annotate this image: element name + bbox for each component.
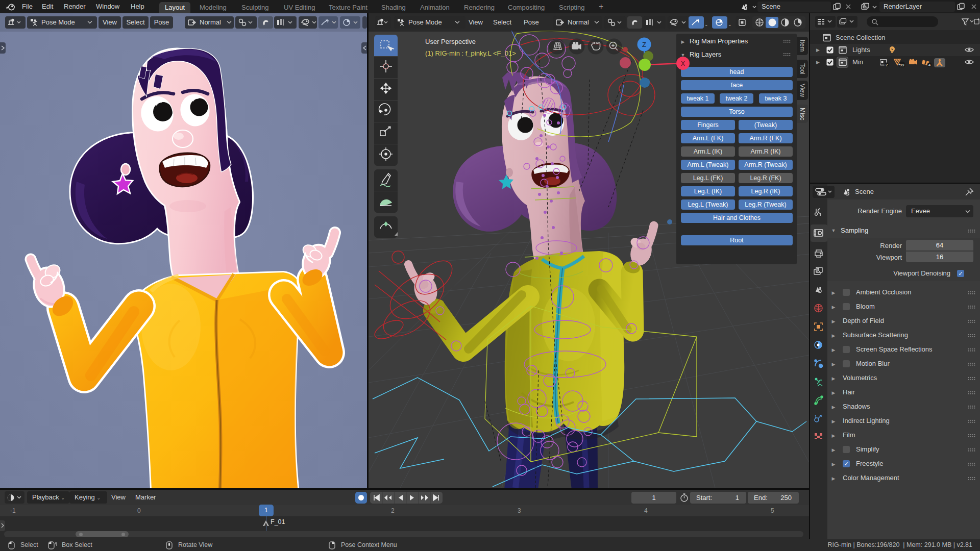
svg-text:+: +: [898, 62, 901, 67]
svg-text:X: X: [681, 60, 685, 67]
svg-text:2: 2: [886, 63, 888, 67]
svg-text:4: 4: [928, 63, 931, 67]
svg-text:Z: Z: [642, 41, 646, 48]
